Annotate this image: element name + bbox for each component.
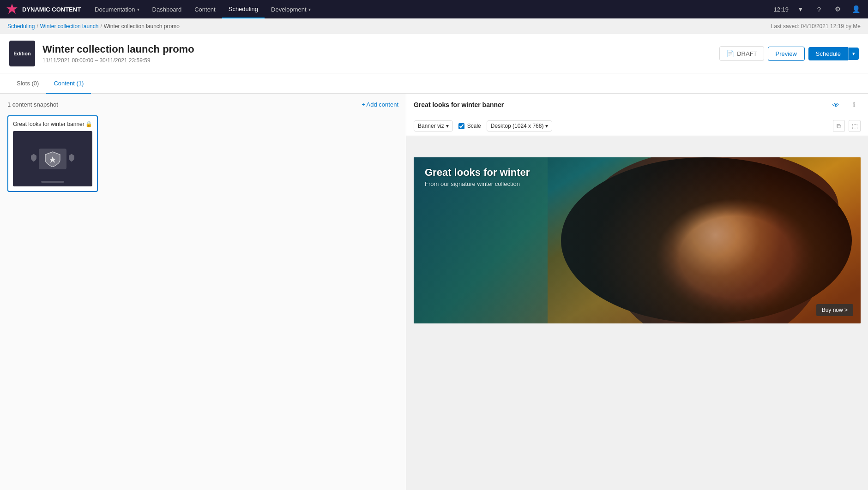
breadcrumb-winter-collection[interactable]: Winter collection launch — [40, 23, 99, 30]
banner-background: Great looks for winter From our signatur… — [414, 157, 861, 323]
preview-toolbar-actions: ⧉ ⬚ — [833, 120, 861, 132]
chevron-down-icon: ▾ — [545, 123, 548, 129]
content-count: 1 content snapshot — [7, 101, 58, 108]
edition-badge: Edition — [9, 41, 35, 66]
lock-icon: 🔒 — [85, 121, 92, 127]
draft-icon: 📄 — [726, 50, 734, 57]
banner-image: Great looks for winter From our signatur… — [414, 157, 861, 323]
preview-actions: 👁 ℹ — [829, 98, 861, 111]
last-saved: Last saved: 04/10/2021 12:19 by Me — [771, 23, 861, 30]
schedule-dropdown-button[interactable]: ▾ — [848, 48, 859, 60]
main-content: 1 content snapshot + Add content Great l… — [0, 94, 868, 490]
copy-icon[interactable]: ⧉ — [833, 120, 845, 132]
add-content-button[interactable]: + Add content — [362, 101, 398, 108]
breadcrumb-current: Winter collection launch promo — [104, 23, 180, 30]
nav-dashboard[interactable]: Dashboard — [146, 0, 188, 18]
banner-text: Great looks for winter From our signatur… — [425, 167, 530, 187]
content-card-preview — [13, 131, 92, 186]
preview-line — [41, 181, 64, 183]
scale-checkbox-group: Scale — [458, 123, 481, 129]
eye-icon[interactable]: 👁 — [829, 98, 842, 111]
chevron-down-icon: ▾ — [308, 7, 311, 12]
nav-documentation[interactable]: Documentation ▾ — [88, 0, 145, 18]
chevron-down-icon[interactable]: ▾ — [794, 3, 807, 16]
edition-info: Winter collection launch promo 11/11/202… — [42, 43, 712, 64]
chevron-down-icon: ▾ — [446, 123, 449, 129]
breadcrumb-scheduling[interactable]: Scheduling — [7, 23, 35, 30]
content-card-title: Great looks for winter banner — [13, 121, 84, 127]
scale-label: Scale — [467, 123, 481, 129]
edition-dates: 11/11/2021 00:00:00 – 30/11/2021 23:59:5… — [42, 57, 712, 64]
banner-sub-text: From our signature winter collection — [425, 180, 530, 187]
preview-panel-title: Great looks for winter banner — [414, 101, 829, 108]
user-avatar[interactable]: 👤 — [850, 3, 862, 16]
banner-main-text: Great looks for winter — [425, 167, 530, 179]
app-logo[interactable]: DYNAMIC CONTENT — [6, 3, 81, 16]
chevron-down-icon: ▾ — [137, 7, 139, 12]
banner-cta-button[interactable]: Buy now > — [816, 304, 853, 316]
edition-header: Edition Winter collection launch promo 1… — [0, 34, 868, 73]
preview-controls: Banner viz ▾ Scale Desktop (1024 x 768) … — [414, 120, 552, 131]
schedule-button-group: Schedule ▾ — [808, 47, 859, 60]
tabs-bar: Slots (0) Content (1) — [0, 73, 868, 94]
edition-title: Winter collection launch promo — [42, 43, 712, 55]
external-link-icon[interactable]: ⬚ — [849, 120, 861, 132]
settings-icon[interactable]: ⚙ — [831, 3, 844, 16]
tab-slots[interactable]: Slots (0) — [9, 73, 46, 94]
tab-content[interactable]: Content (1) — [46, 73, 91, 94]
right-panel: Great looks for winter banner 👁 ℹ Banner… — [406, 94, 868, 490]
breadcrumb-bar: Scheduling / Winter collection launch / … — [0, 18, 868, 34]
preview-shield — [39, 149, 66, 169]
help-icon[interactable]: ? — [813, 3, 826, 16]
top-nav: DYNAMIC CONTENT Documentation ▾ Dashboar… — [0, 0, 868, 18]
app-logo-text: DYNAMIC CONTENT — [22, 6, 81, 13]
scale-checkbox[interactable] — [458, 123, 464, 129]
nav-time: 12:19 — [773, 6, 789, 13]
nav-content[interactable]: Content — [188, 0, 222, 18]
viz-select[interactable]: Banner viz ▾ — [414, 120, 453, 131]
nav-scheduling[interactable]: Scheduling — [222, 0, 265, 18]
breadcrumb: Scheduling / Winter collection launch / … — [7, 23, 180, 30]
left-panel: 1 content snapshot + Add content Great l… — [0, 94, 406, 490]
preview-header: Great looks for winter banner 👁 ℹ — [406, 94, 868, 116]
preview-toolbar: Banner viz ▾ Scale Desktop (1024 x 768) … — [406, 116, 868, 136]
desktop-select[interactable]: Desktop (1024 x 768) ▾ — [487, 120, 553, 131]
schedule-button[interactable]: Schedule — [808, 47, 848, 60]
banner-preview-area: Great looks for winter From our signatur… — [406, 136, 868, 345]
preview-button[interactable]: Preview — [768, 47, 805, 61]
content-card[interactable]: Great looks for winter banner 🔒 — [7, 115, 98, 192]
edition-actions: 📄 DRAFT Preview Schedule ▾ — [719, 46, 859, 61]
nav-development[interactable]: Development ▾ — [265, 0, 317, 18]
svg-marker-0 — [6, 4, 18, 14]
info-icon[interactable]: ℹ — [848, 98, 861, 111]
content-header: 1 content snapshot + Add content — [7, 101, 398, 108]
draft-button[interactable]: 📄 DRAFT — [719, 46, 764, 61]
